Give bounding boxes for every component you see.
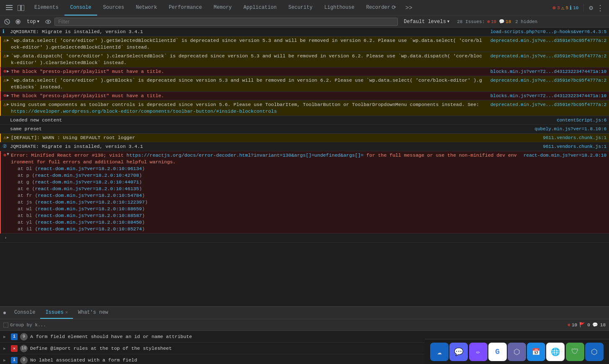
log-source[interactable]: react-dom.min.js?ver=18.2.0:10 bbox=[517, 152, 606, 159]
issue-type-icon: i bbox=[11, 333, 18, 340]
expand-arrow[interactable]: ▶ bbox=[7, 101, 9, 108]
expand-arrow[interactable]: ▶ bbox=[7, 77, 9, 84]
pen-icon[interactable]: ✏ bbox=[469, 343, 488, 361]
react-error-link[interactable]: https://reactjs.org/docs/error-decoder.h… bbox=[126, 152, 364, 158]
devtools-menu-icon[interactable] bbox=[4, 3, 14, 13]
deprecation-link[interactable]: https://developer.wordpress.org/block-ed… bbox=[11, 108, 277, 114]
tab-sources[interactable]: Sources bbox=[97, 0, 130, 15]
tab-whats-new[interactable]: What's new bbox=[73, 307, 113, 319]
tab-recorder[interactable]: Recorder⟳ bbox=[360, 0, 402, 15]
context-label: top bbox=[27, 19, 36, 25]
log-source[interactable]: deprecated.min.js?ve...d3591e7bc95f4777a… bbox=[484, 53, 606, 59]
log-source[interactable]: load-scripts.php?c=0...p-hooks&ver=6.4.3… bbox=[484, 28, 606, 35]
warning-icon: ⚠ bbox=[3, 53, 6, 59]
stack-line: at Dl (react-dom.min.js?ver=18.2.0:10:96… bbox=[18, 165, 148, 172]
expand-arrow[interactable]: ▼ bbox=[7, 151, 9, 158]
stack-line: at g (react-dom.min.js?ver=18.2.0:10:440… bbox=[18, 179, 148, 186]
stack-link[interactable]: react-dom.min.js?ver=18.2.0:10:46135 bbox=[35, 186, 139, 191]
log-entry: ⚠ ▶ `wp.data.dispatch( 'core/editor' ).c… bbox=[0, 52, 609, 67]
log-source[interactable]: blocks.min.js?ver=72...d43123223474471a:… bbox=[484, 68, 606, 75]
shield-icon[interactable]: 🛡 bbox=[566, 343, 584, 361]
stack-link[interactable]: react-dom.min.js?ver=18.2.0:10:54784 bbox=[38, 193, 142, 198]
issue-expand-icon[interactable]: ▶ bbox=[3, 358, 8, 363]
log-source[interactable]: 9611.vendors.chunk.js:1 bbox=[536, 134, 606, 141]
stack-link[interactable]: react-dom.min.js?ver=18.2.0:10:96134 bbox=[38, 166, 142, 171]
issue-expand-icon[interactable]: ▶ bbox=[3, 334, 8, 339]
close-issues-tab[interactable]: ✕ bbox=[65, 310, 68, 315]
log-source[interactable]: deprecated.min.js?ve...d3591e7bc95f4777a… bbox=[484, 77, 606, 84]
tab-console-bottom[interactable]: Console bbox=[9, 307, 40, 319]
tab-security[interactable]: Security bbox=[283, 0, 319, 15]
tab-performance[interactable]: Performance bbox=[163, 0, 208, 15]
stack-link[interactable]: react-dom.min.js?ver=18.2.0:10:88450 bbox=[38, 219, 142, 225]
error-icon: ⊗ bbox=[3, 68, 6, 75]
info-count: 10 bbox=[573, 5, 578, 10]
log-message: The block "presto-player/playlist" must … bbox=[11, 93, 484, 99]
log-entry: ⚠ ▶ Using custom components as toolbar c… bbox=[0, 101, 609, 116]
expand-arrow[interactable]: ▶ bbox=[7, 68, 9, 75]
stack-line: at js (react-dom.min.js?ver=18.2.0:10:12… bbox=[18, 199, 148, 206]
stack-link[interactable]: react-dom.min.js?ver=18.2.0:10:122397 bbox=[38, 199, 145, 205]
log-source[interactable]: 9611.vendors.chunk.js:1 bbox=[536, 143, 606, 150]
bottom-panel-dot[interactable] bbox=[3, 312, 6, 314]
teams-icon[interactable]: ⬡ bbox=[508, 343, 526, 361]
stack-link[interactable]: react-dom.min.js?ver=18.2.0:10:44071 bbox=[35, 179, 139, 185]
stack-link[interactable]: react-dom.min.js?ver=18.2.0:10:88587 bbox=[38, 213, 142, 218]
log-message: `wp.data.dispatch( 'core/editor' ).clear… bbox=[11, 53, 484, 66]
log-source[interactable]: blocks.min.js?ver=72...d43123223474471a:… bbox=[484, 93, 606, 99]
dock-icon[interactable] bbox=[16, 3, 26, 13]
console-output: ℹ JQMIGRATE: Migrate is installed, versi… bbox=[0, 28, 609, 306]
calendar-icon[interactable]: 📅 bbox=[527, 343, 545, 361]
tab-issues[interactable]: Issues ✕ bbox=[40, 307, 73, 319]
tab-console[interactable]: Console bbox=[65, 0, 97, 15]
tab-elements[interactable]: Elements bbox=[28, 0, 65, 15]
log-message: JQMIGRATE: Migrate is installed, version… bbox=[10, 143, 536, 150]
context-selector[interactable]: top ▼ bbox=[24, 18, 42, 26]
discord-icon[interactable]: 💬 bbox=[449, 343, 468, 361]
warning-icon: ⚠ bbox=[3, 101, 6, 108]
issue-count-badge: 9 bbox=[20, 356, 28, 364]
expand-more-button[interactable]: › bbox=[4, 235, 7, 241]
log-level-selector[interactable]: Default levels ▼ bbox=[401, 18, 452, 26]
google-icon[interactable]: G bbox=[488, 343, 507, 361]
log-source[interactable]: deprecated.min.js?ve...d3591e7bc95f4777a… bbox=[484, 37, 606, 44]
eye-icon[interactable] bbox=[44, 17, 53, 26]
tab-lighthouse[interactable]: Lighthouse bbox=[318, 0, 360, 15]
tab-network[interactable]: Network bbox=[130, 0, 163, 15]
chrome-icon[interactable]: 🌐 bbox=[546, 343, 565, 361]
log-entry: › bbox=[0, 234, 609, 243]
expand-arrow[interactable]: ▶ bbox=[7, 37, 9, 44]
log-entry: ② JQMIGRATE: Migrate is installed, versi… bbox=[0, 142, 609, 151]
stack-link[interactable]: react-dom.min.js?ver=18.2.0:10:42708 bbox=[35, 173, 139, 178]
expand-arrow[interactable]: ▶ bbox=[7, 53, 9, 59]
clear-console-button[interactable] bbox=[3, 17, 12, 26]
bluetooth-icon[interactable]: ⬡ bbox=[585, 343, 604, 361]
issues-error-total: 10 bbox=[572, 323, 577, 328]
more-options-icon[interactable]: ⋮ bbox=[596, 3, 604, 13]
tab-application[interactable]: Application bbox=[237, 0, 282, 15]
log-entry: ⊗ ▶ The block "presto-player/playlist" m… bbox=[0, 67, 609, 76]
log-source[interactable]: deprecated.min.js?ve...d3591e7bc95f4777a… bbox=[484, 101, 606, 108]
stack-link[interactable]: react-dom.min.js?ver=18.2.0:10:88659 bbox=[38, 206, 142, 212]
expand-arrow[interactable]: ▶ bbox=[7, 93, 9, 99]
cloud-icon[interactable]: ☁ bbox=[430, 343, 449, 361]
hidden-count: 2 hidden bbox=[515, 19, 537, 24]
svg-rect-4 bbox=[21, 5, 24, 11]
log-source[interactable]: contentScript.js:6 bbox=[550, 117, 606, 124]
bottom-tabs-bar: Console Issues ✕ What's new bbox=[0, 306, 609, 319]
filter-input[interactable] bbox=[54, 18, 398, 26]
bottom-panel-toolbar: Group by k... ⊗ 10 🚩 0 💬 18 bbox=[0, 319, 609, 330]
expand-arrow[interactable]: ▶ bbox=[7, 134, 9, 141]
issues-warn-total: 0 bbox=[587, 323, 590, 328]
info-icon: ② bbox=[3, 143, 7, 150]
issue-expand-icon[interactable]: ▶ bbox=[3, 346, 8, 351]
settings-icon[interactable]: ⚙ bbox=[589, 4, 593, 12]
stop-recording-button[interactable] bbox=[13, 17, 23, 26]
stack-line: at e (react-dom.min.js?ver=18.2.0:10:461… bbox=[18, 186, 148, 192]
stack-link[interactable]: react-dom.min.js?ver=18.2.0:10:85274 bbox=[38, 226, 142, 232]
group-by-checkbox[interactable]: Group by k... bbox=[3, 323, 46, 328]
group-checkbox[interactable] bbox=[3, 323, 8, 328]
more-tabs-button[interactable]: >> bbox=[402, 5, 416, 11]
tab-memory[interactable]: Memory bbox=[208, 0, 237, 15]
log-source[interactable]: qubely.min.js?ver=1.8.10:6 bbox=[528, 126, 606, 132]
